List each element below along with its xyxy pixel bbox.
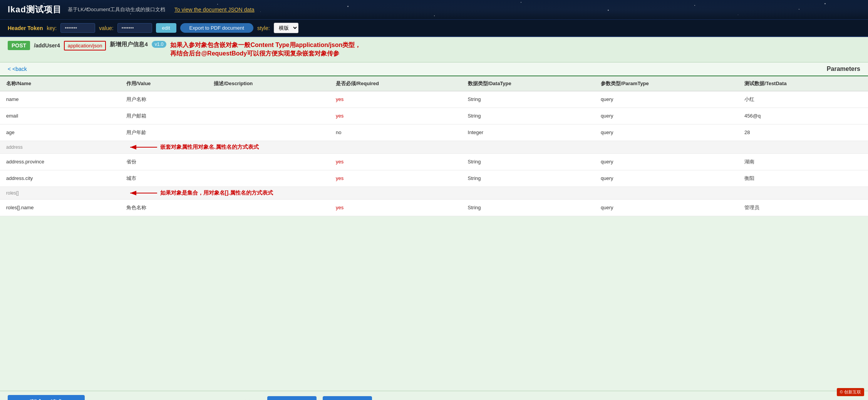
- group-name: address: [0, 141, 120, 153]
- back-link[interactable]: < <back: [8, 66, 27, 72]
- param-testdata: 小红: [738, 91, 868, 108]
- params-title: Parameters: [827, 66, 860, 72]
- col-name: 名称/Name: [0, 76, 120, 91]
- param-paramtype: query: [595, 91, 738, 108]
- col-testdata: 测试数据/TestData: [738, 76, 868, 91]
- param-value: 省份: [120, 153, 208, 170]
- edit-button[interactable]: edit: [156, 23, 176, 33]
- app-subtitle: 基于LKADocument工具自动生成的接口文档: [68, 6, 165, 13]
- table-row: address 嵌套对象属性用对象名.属性名的方式表式: [0, 141, 868, 153]
- token-value-label: value:: [99, 25, 113, 31]
- col-description: 描述/Description: [208, 76, 330, 91]
- main-content: POST /addUser4 application/json 新增用户信息4 …: [0, 37, 868, 391]
- table-row: age 用户年龄 no Integer query 28: [0, 124, 868, 141]
- group-annotation: 嵌套对象属性用对象名.属性名的方式表式: [120, 141, 868, 153]
- param-value: 用户名称: [120, 91, 208, 108]
- param-required: no: [330, 124, 462, 141]
- param-datatype: String: [462, 108, 595, 124]
- api-header-row: POST /addUser4 application/json 新增用户信息4 …: [0, 37, 868, 62]
- table-row: name 用户名称 yes String query 小红: [0, 91, 868, 108]
- param-value: 用户邮箱: [120, 108, 208, 124]
- param-description: [208, 199, 330, 216]
- col-value: 作用/Value: [120, 76, 208, 91]
- param-required: yes: [330, 170, 462, 187]
- table-row: roles[].name 角色名称 yes String query 管理员: [0, 199, 868, 216]
- param-datatype: String: [462, 91, 595, 108]
- param-name: email: [0, 108, 120, 124]
- bottom-bar: 测试API请求 application/x-www-form-urlencode…: [0, 391, 868, 400]
- param-description: [208, 153, 330, 170]
- token-value-input[interactable]: [117, 23, 152, 33]
- param-name: address.province: [0, 153, 120, 170]
- token-key-label: key:: [47, 25, 57, 31]
- back-link-row: < <back Parameters: [0, 62, 868, 76]
- param-paramtype: query: [595, 153, 738, 170]
- param-paramtype: query: [595, 170, 738, 187]
- style-select[interactable]: 横版: [274, 23, 298, 33]
- param-testdata: 湖南: [738, 153, 868, 170]
- method-badge: POST: [8, 41, 30, 50]
- table-header-row: 名称/Name 作用/Value 描述/Description 是否必须/Req…: [0, 76, 868, 91]
- param-paramtype: query: [595, 199, 738, 216]
- doc-link[interactable]: To view the document JSON data: [174, 7, 255, 13]
- token-label: Header Token: [8, 25, 43, 31]
- params-table: 名称/Name 作用/Value 描述/Description 是否必须/Req…: [0, 76, 868, 216]
- group-annotation: 如果对象是集合，用对象名[].属性名的方式表式: [120, 187, 868, 199]
- group-name: roles[]: [0, 187, 120, 199]
- token-bar: Header Token key: value: edit Export to …: [0, 20, 868, 37]
- param-datatype: String: [462, 199, 595, 216]
- version-badge: v1.0: [152, 41, 167, 48]
- param-value: 用户年龄: [120, 124, 208, 141]
- param-name: name: [0, 91, 120, 108]
- param-datatype: String: [462, 170, 595, 187]
- col-required: 是否必须/Required: [330, 76, 462, 91]
- param-required: yes: [330, 153, 462, 170]
- api-name: 新增用户信息4: [110, 41, 147, 48]
- param-testdata: 衡阳: [738, 170, 868, 187]
- param-description: [208, 91, 330, 108]
- param-paramtype: query: [595, 108, 738, 124]
- col-paramtype: 参数类型/ParamType: [595, 76, 738, 91]
- watermark: © 创新互联: [837, 388, 864, 396]
- tree-response-button[interactable]: 树状展示响应内容: [323, 396, 372, 400]
- export-pdf-button[interactable]: Export to PDF document: [180, 23, 253, 33]
- style-label: style:: [257, 25, 270, 31]
- app-header: lkad测试项目 基于LKADocument工具自动生成的接口文档 To vie…: [0, 0, 868, 20]
- param-datatype: String: [462, 153, 595, 170]
- param-required: yes: [330, 91, 462, 108]
- api-path: /addUser4: [34, 41, 60, 50]
- param-value: 城市: [120, 170, 208, 187]
- param-description: [208, 124, 330, 141]
- token-key-input[interactable]: [60, 23, 95, 33]
- col-datatype: 数据类型/DataType: [462, 76, 595, 91]
- param-testdata: 456@q: [738, 108, 868, 124]
- api-description: 如果入参对象包含嵌对象一般Content Type用application/js…: [170, 41, 860, 58]
- content-type-badge: application/json: [64, 41, 106, 50]
- param-description: [208, 108, 330, 124]
- app-title: lkad测试项目: [8, 4, 62, 15]
- param-value: 角色名称: [120, 199, 208, 216]
- param-required: yes: [330, 199, 462, 216]
- param-required: yes: [330, 108, 462, 124]
- param-paramtype: query: [595, 124, 738, 141]
- param-description: [208, 170, 330, 187]
- param-datatype: Integer: [462, 124, 595, 141]
- table-row: roles[] 如果对象是集合，用对象名[].属性名的方式表式: [0, 187, 868, 199]
- table-row: address.city 城市 yes String query 衡阳: [0, 170, 868, 187]
- table-row: email 用户邮箱 yes String query 456@q: [0, 108, 868, 124]
- param-name: address.city: [0, 170, 120, 187]
- table-row: address.province 省份 yes String query 湖南: [0, 153, 868, 170]
- param-testdata: 28: [738, 124, 868, 141]
- param-name: roles[].name: [0, 199, 120, 216]
- param-name: age: [0, 124, 120, 141]
- test-api-button[interactable]: 测试API请求: [8, 395, 85, 400]
- tree-request-button[interactable]: 树状展示请求参数: [267, 396, 317, 400]
- param-testdata: 管理员: [738, 199, 868, 216]
